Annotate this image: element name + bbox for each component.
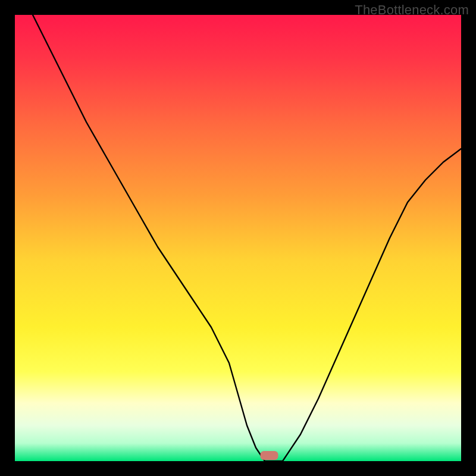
chart-frame: TheBottleneck.com <box>0 0 476 476</box>
plot-area <box>15 15 461 461</box>
chart-svg <box>15 15 461 461</box>
watermark-text: TheBottleneck.com <box>355 2 469 18</box>
optimal-marker <box>261 451 278 460</box>
